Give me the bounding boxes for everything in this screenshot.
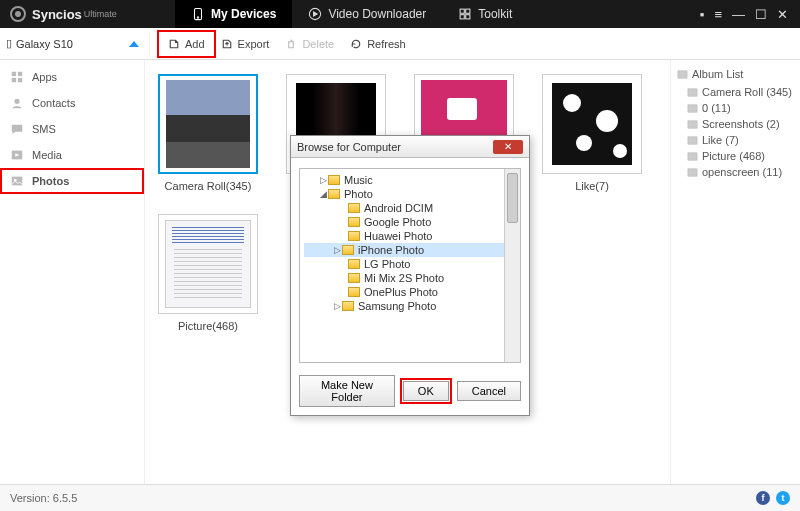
svg-rect-3 <box>460 9 464 13</box>
tree-item-google[interactable]: Google Photo <box>304 215 516 229</box>
add-button[interactable]: Add <box>160 33 213 55</box>
thumb-image <box>165 220 251 308</box>
image-icon <box>687 167 698 178</box>
sidebar-item-sms[interactable]: SMS <box>0 116 144 142</box>
album-list-panel: Album List Camera Roll (345) 0 (11) Scre… <box>670 60 800 484</box>
album-picture-label: Picture(468) <box>178 320 238 332</box>
tree-item-iphone[interactable]: ▷iPhone Photo <box>304 243 516 257</box>
rp-label: openscreen (11) <box>702 166 782 178</box>
make-new-folder-button[interactable]: Make New Folder <box>299 375 395 407</box>
maximize-button[interactable]: ☐ <box>755 7 767 22</box>
tree-item-photo[interactable]: ◢Photo <box>304 187 516 201</box>
sidebar-item-photos[interactable]: Photos <box>0 168 144 194</box>
tree-item-samsung[interactable]: ▷Samsung Photo <box>304 299 516 313</box>
collapse-icon[interactable]: ◢ <box>318 189 328 199</box>
svg-rect-8 <box>18 72 22 76</box>
album-list-item-picture[interactable]: Picture (468) <box>677 148 794 164</box>
tree-label: Android DCIM <box>364 202 433 214</box>
feedback-icon[interactable]: ▪ <box>700 7 705 22</box>
rp-label: Screenshots (2) <box>702 118 780 130</box>
image-icon <box>687 135 698 146</box>
folder-icon <box>348 259 360 269</box>
nav-toolkit[interactable]: Toolkit <box>442 0 528 28</box>
close-button[interactable]: ✕ <box>777 7 788 22</box>
tree-label: Mi Mix 2S Photo <box>364 272 444 284</box>
image-icon <box>687 151 698 162</box>
album-camera-roll[interactable]: Camera Roll(345) <box>155 74 261 192</box>
tree-item-lg[interactable]: LG Photo <box>304 257 516 271</box>
scrollbar-thumb[interactable] <box>507 173 518 223</box>
sidebar-item-apps[interactable]: Apps <box>0 64 144 90</box>
sidebar-item-contacts[interactable]: Contacts <box>0 90 144 116</box>
collapse-icon[interactable] <box>129 41 139 47</box>
svg-rect-20 <box>688 152 697 159</box>
folder-icon <box>348 273 360 283</box>
minimize-button[interactable]: — <box>732 7 745 22</box>
album-list-item-like[interactable]: Like (7) <box>677 132 794 148</box>
device-selector[interactable]: ▯ Galaxy S10 <box>0 37 145 50</box>
folder-icon <box>342 301 354 311</box>
contacts-icon <box>10 96 24 110</box>
dialog-close-button[interactable]: ✕ <box>493 140 523 154</box>
album-camera-label: Camera Roll(345) <box>165 180 252 192</box>
ok-button[interactable]: OK <box>403 381 449 401</box>
dialog-titlebar[interactable]: Browse for Computer ✕ <box>291 136 529 158</box>
menu-icon[interactable]: ≡ <box>714 7 722 22</box>
delete-button[interactable]: Delete <box>277 33 342 55</box>
image-icon <box>677 69 688 80</box>
cancel-button[interactable]: Cancel <box>457 381 521 401</box>
album-list-item-camera[interactable]: Camera Roll (345) <box>677 84 794 100</box>
export-button[interactable]: Export <box>213 33 278 55</box>
play-icon <box>308 7 322 21</box>
main-nav: My Devices Video Downloader Toolkit <box>175 0 528 28</box>
tree-item-huawei[interactable]: Huawei Photo <box>304 229 516 243</box>
refresh-label: Refresh <box>367 38 406 50</box>
tree-label: OnePlus Photo <box>364 286 438 298</box>
svg-rect-17 <box>688 104 697 111</box>
tree-label: Photo <box>344 188 373 200</box>
dialog-button-row: Make New Folder OK Cancel <box>291 367 529 415</box>
album-thumb <box>542 74 642 174</box>
nav-my-devices[interactable]: My Devices <box>175 0 292 28</box>
category-sidebar: Apps Contacts SMS Media Photos <box>0 60 145 484</box>
device-name: Galaxy S10 <box>16 38 73 50</box>
tree-label: iPhone Photo <box>358 244 424 256</box>
svg-rect-9 <box>12 78 16 82</box>
tree-item-mimix[interactable]: Mi Mix 2S Photo <box>304 271 516 285</box>
refresh-button[interactable]: Refresh <box>342 33 414 55</box>
nav-video-downloader[interactable]: Video Downloader <box>292 0 442 28</box>
album-list-title-label: Album List <box>692 68 743 80</box>
phone-icon: ▯ <box>6 37 12 50</box>
album-list-item-screenshots[interactable]: Screenshots (2) <box>677 116 794 132</box>
album-list-item-zero[interactable]: 0 (11) <box>677 100 794 116</box>
sidebar-item-media[interactable]: Media <box>0 142 144 168</box>
folder-tree[interactable]: ▷Music ◢Photo Android DCIM Google Photo … <box>299 168 521 363</box>
add-label: Add <box>185 38 205 50</box>
album-like[interactable]: Like(7) <box>539 74 645 192</box>
album-thumb <box>158 214 258 314</box>
tree-scrollbar[interactable] <box>504 169 520 362</box>
export-icon <box>221 38 233 50</box>
tree-item-oneplus[interactable]: OnePlus Photo <box>304 285 516 299</box>
image-icon <box>687 87 698 98</box>
twitter-icon[interactable]: t <box>776 491 790 505</box>
album-picture[interactable]: Picture(468) <box>155 214 261 332</box>
browse-dialog: Browse for Computer ✕ ▷Music ◢Photo Andr… <box>290 135 530 416</box>
rp-label: 0 (11) <box>702 102 731 114</box>
sidebar-photos-label: Photos <box>32 175 69 187</box>
tree-item-music[interactable]: ▷Music <box>304 173 516 187</box>
facebook-icon[interactable]: f <box>756 491 770 505</box>
expand-icon[interactable]: ▷ <box>332 245 342 255</box>
tree-label: LG Photo <box>364 258 410 270</box>
tree-item-android[interactable]: Android DCIM <box>304 201 516 215</box>
expand-icon[interactable]: ▷ <box>318 175 328 185</box>
sidebar-contacts-label: Contacts <box>32 97 75 109</box>
sidebar-apps-label: Apps <box>32 71 57 83</box>
dialog-title: Browse for Computer <box>297 141 401 153</box>
folder-icon <box>348 217 360 227</box>
sidebar-media-label: Media <box>32 149 62 161</box>
nav-video-label: Video Downloader <box>328 7 426 21</box>
album-list-item-openscreen[interactable]: openscreen (11) <box>677 164 794 180</box>
folder-icon <box>348 231 360 241</box>
expand-icon[interactable]: ▷ <box>332 301 342 311</box>
